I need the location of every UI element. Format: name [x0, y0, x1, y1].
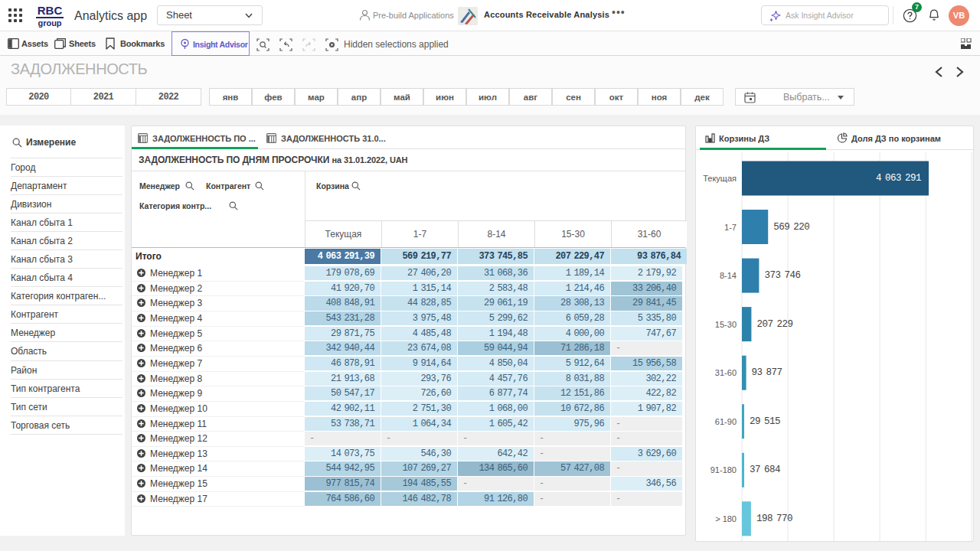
- svg-text:31-60: 31-60: [715, 368, 737, 377]
- svg-text:15-30: 15-30: [715, 320, 737, 329]
- svg-text:569 220: 569 220: [773, 222, 809, 233]
- svg-text:1-7: 1-7: [724, 223, 737, 232]
- svg-text:Текущая: Текущая: [703, 174, 737, 183]
- svg-text:> 180: > 180: [715, 514, 737, 523]
- svg-text:91-180: 91-180: [710, 465, 737, 474]
- svg-text:198 770: 198 770: [756, 514, 792, 524]
- svg-text:373 746: 373 746: [764, 270, 800, 281]
- svg-text:93 877: 93 877: [752, 367, 782, 378]
- svg-text:37 684: 37 684: [750, 465, 780, 475]
- svg-text:29 515: 29 515: [750, 416, 780, 427]
- svg-text:4 063 291: 4 063 291: [876, 173, 921, 184]
- svg-text:8-14: 8-14: [720, 271, 737, 280]
- svg-text:207 229: 207 229: [756, 319, 792, 330]
- svg-text:61-90: 61-90: [715, 417, 737, 426]
